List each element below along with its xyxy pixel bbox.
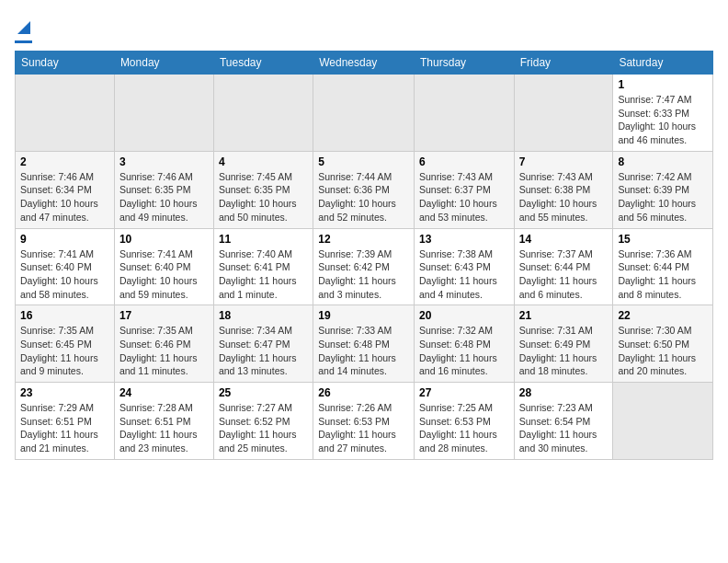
- weekday-header-thursday: Thursday: [415, 52, 515, 75]
- week-row-4: 16Sunrise: 7:35 AM Sunset: 6:45 PM Dayli…: [16, 305, 713, 383]
- day-number: 15: [618, 233, 708, 246]
- weekday-header-friday: Friday: [514, 52, 613, 75]
- day-number: 22: [618, 309, 708, 322]
- calendar-table: SundayMondayTuesdayWednesdayThursdayFrid…: [15, 51, 713, 460]
- day-number: 17: [119, 309, 209, 322]
- day-cell: 12Sunrise: 7:39 AM Sunset: 6:42 PM Dayli…: [313, 228, 415, 305]
- day-cell: 10Sunrise: 7:41 AM Sunset: 6:40 PM Dayli…: [114, 228, 213, 305]
- day-cell: 13Sunrise: 7:38 AM Sunset: 6:43 PM Dayli…: [415, 228, 515, 305]
- day-cell: 1Sunrise: 7:47 AM Sunset: 6:33 PM Daylig…: [613, 75, 713, 152]
- day-cell: 7Sunrise: 7:43 AM Sunset: 6:38 PM Daylig…: [514, 151, 613, 228]
- day-number: 21: [519, 309, 609, 322]
- day-number: 7: [519, 155, 609, 168]
- day-number: 25: [219, 386, 308, 399]
- weekday-header-saturday: Saturday: [613, 52, 713, 75]
- day-number: 26: [318, 386, 409, 399]
- day-info: Sunrise: 7:39 AM Sunset: 6:42 PM Dayligh…: [318, 247, 409, 302]
- day-info: Sunrise: 7:37 AM Sunset: 6:44 PM Dayligh…: [519, 247, 609, 302]
- day-info: Sunrise: 7:35 AM Sunset: 6:45 PM Dayligh…: [20, 324, 109, 378]
- day-info: Sunrise: 7:47 AM Sunset: 6:33 PM Dayligh…: [618, 93, 708, 147]
- day-info: Sunrise: 7:30 AM Sunset: 6:50 PM Dayligh…: [618, 324, 708, 378]
- day-cell: [114, 75, 213, 152]
- day-number: 11: [219, 233, 308, 246]
- day-cell: 9Sunrise: 7:41 AM Sunset: 6:40 PM Daylig…: [16, 228, 115, 305]
- day-number: 10: [119, 233, 209, 246]
- day-cell: 21Sunrise: 7:31 AM Sunset: 6:49 PM Dayli…: [514, 305, 613, 383]
- day-number: 2: [20, 155, 109, 168]
- day-info: Sunrise: 7:23 AM Sunset: 6:54 PM Dayligh…: [519, 401, 609, 455]
- day-info: Sunrise: 7:28 AM Sunset: 6:51 PM Dayligh…: [119, 401, 209, 455]
- week-row-3: 9Sunrise: 7:41 AM Sunset: 6:40 PM Daylig…: [16, 228, 713, 305]
- svg-marker-0: [17, 21, 30, 34]
- day-cell: 8Sunrise: 7:42 AM Sunset: 6:39 PM Daylig…: [613, 151, 713, 228]
- day-info: Sunrise: 7:35 AM Sunset: 6:46 PM Dayligh…: [119, 324, 209, 378]
- day-number: 27: [419, 386, 509, 399]
- day-info: Sunrise: 7:41 AM Sunset: 6:40 PM Dayligh…: [119, 247, 209, 302]
- day-number: 1: [618, 78, 708, 91]
- day-cell: 16Sunrise: 7:35 AM Sunset: 6:45 PM Dayli…: [16, 305, 115, 383]
- day-cell: [514, 75, 613, 152]
- day-number: 16: [20, 309, 109, 322]
- day-number: 5: [318, 155, 409, 168]
- day-info: Sunrise: 7:27 AM Sunset: 6:52 PM Dayligh…: [219, 401, 308, 455]
- day-cell: 28Sunrise: 7:23 AM Sunset: 6:54 PM Dayli…: [514, 383, 613, 460]
- day-info: Sunrise: 7:33 AM Sunset: 6:48 PM Dayligh…: [318, 324, 409, 378]
- day-cell: 19Sunrise: 7:33 AM Sunset: 6:48 PM Dayli…: [313, 305, 415, 383]
- day-number: 28: [519, 386, 609, 399]
- day-cell: 14Sunrise: 7:37 AM Sunset: 6:44 PM Dayli…: [514, 228, 613, 305]
- logo-arrow-icon: [16, 19, 32, 36]
- day-number: 20: [419, 309, 509, 322]
- day-cell: 2Sunrise: 7:46 AM Sunset: 6:34 PM Daylig…: [16, 151, 115, 228]
- day-cell: 17Sunrise: 7:35 AM Sunset: 6:46 PM Dayli…: [114, 305, 213, 383]
- day-cell: 5Sunrise: 7:44 AM Sunset: 6:36 PM Daylig…: [313, 151, 415, 228]
- logo-line: [15, 40, 32, 43]
- day-cell: [213, 75, 313, 152]
- day-cell: 27Sunrise: 7:25 AM Sunset: 6:53 PM Dayli…: [415, 383, 515, 460]
- logo-blue: [15, 15, 32, 39]
- day-number: 6: [419, 155, 509, 168]
- day-info: Sunrise: 7:41 AM Sunset: 6:40 PM Dayligh…: [20, 247, 109, 302]
- day-info: Sunrise: 7:46 AM Sunset: 6:35 PM Dayligh…: [119, 170, 209, 224]
- day-number: 3: [119, 155, 209, 168]
- day-info: Sunrise: 7:45 AM Sunset: 6:35 PM Dayligh…: [219, 170, 308, 224]
- day-info: Sunrise: 7:25 AM Sunset: 6:53 PM Dayligh…: [419, 401, 509, 455]
- day-number: 4: [219, 155, 308, 168]
- day-cell: 15Sunrise: 7:36 AM Sunset: 6:44 PM Dayli…: [613, 228, 713, 305]
- day-cell: [313, 75, 415, 152]
- weekday-header-tuesday: Tuesday: [213, 52, 313, 75]
- day-number: 24: [119, 386, 209, 399]
- day-cell: 23Sunrise: 7:29 AM Sunset: 6:51 PM Dayli…: [16, 383, 115, 460]
- day-cell: [613, 383, 713, 460]
- day-info: Sunrise: 7:40 AM Sunset: 6:41 PM Dayligh…: [219, 247, 308, 302]
- day-info: Sunrise: 7:36 AM Sunset: 6:44 PM Dayligh…: [618, 247, 708, 302]
- day-cell: 3Sunrise: 7:46 AM Sunset: 6:35 PM Daylig…: [114, 151, 213, 228]
- week-row-2: 2Sunrise: 7:46 AM Sunset: 6:34 PM Daylig…: [16, 151, 713, 228]
- day-info: Sunrise: 7:29 AM Sunset: 6:51 PM Dayligh…: [20, 401, 109, 455]
- day-number: 9: [20, 233, 109, 246]
- day-number: 23: [20, 386, 109, 399]
- day-number: 12: [318, 233, 409, 246]
- day-cell: 6Sunrise: 7:43 AM Sunset: 6:37 PM Daylig…: [415, 151, 515, 228]
- calendar-header: SundayMondayTuesdayWednesdayThursdayFrid…: [16, 52, 713, 75]
- day-info: Sunrise: 7:32 AM Sunset: 6:48 PM Dayligh…: [419, 324, 509, 378]
- day-cell: 25Sunrise: 7:27 AM Sunset: 6:52 PM Dayli…: [213, 383, 313, 460]
- day-cell: 4Sunrise: 7:45 AM Sunset: 6:35 PM Daylig…: [213, 151, 313, 228]
- weekday-header-wednesday: Wednesday: [313, 52, 415, 75]
- day-info: Sunrise: 7:43 AM Sunset: 6:38 PM Dayligh…: [519, 170, 609, 224]
- day-info: Sunrise: 7:44 AM Sunset: 6:36 PM Dayligh…: [318, 170, 409, 224]
- day-info: Sunrise: 7:43 AM Sunset: 6:37 PM Dayligh…: [419, 170, 509, 224]
- day-cell: 22Sunrise: 7:30 AM Sunset: 6:50 PM Dayli…: [613, 305, 713, 383]
- day-cell: [415, 75, 515, 152]
- day-number: 19: [318, 309, 409, 322]
- day-info: Sunrise: 7:38 AM Sunset: 6:43 PM Dayligh…: [419, 247, 509, 302]
- day-cell: 18Sunrise: 7:34 AM Sunset: 6:47 PM Dayli…: [213, 305, 313, 383]
- day-info: Sunrise: 7:26 AM Sunset: 6:53 PM Dayligh…: [318, 401, 409, 455]
- week-row-1: 1Sunrise: 7:47 AM Sunset: 6:33 PM Daylig…: [16, 75, 713, 152]
- weekday-header-monday: Monday: [114, 52, 213, 75]
- day-info: Sunrise: 7:46 AM Sunset: 6:34 PM Dayligh…: [20, 170, 109, 224]
- day-info: Sunrise: 7:31 AM Sunset: 6:49 PM Dayligh…: [519, 324, 609, 378]
- day-number: 18: [219, 309, 308, 322]
- day-number: 8: [618, 155, 708, 168]
- day-number: 13: [419, 233, 509, 246]
- day-cell: 11Sunrise: 7:40 AM Sunset: 6:41 PM Dayli…: [213, 228, 313, 305]
